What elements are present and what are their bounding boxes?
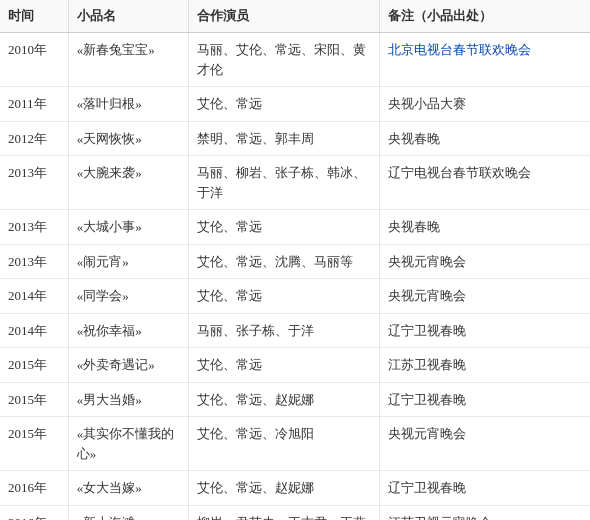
cell-notes: 辽宁卫视春晚 bbox=[379, 382, 590, 417]
cell-notes: 辽宁电视台春节联欢晚会 bbox=[379, 156, 590, 210]
cell-actors: 艾伦、常远 bbox=[189, 348, 380, 383]
cell-year: 2015年 bbox=[0, 382, 68, 417]
table-header-row: 时间 小品名 合作演员 备注（小品出处） bbox=[0, 0, 590, 33]
cell-actors: 马丽、艾伦、常远、宋阳、黄才伦 bbox=[189, 33, 380, 87]
cell-actors: 艾伦、常远、沈腾、马丽等 bbox=[189, 244, 380, 279]
cell-title: «外卖奇遇记» bbox=[68, 348, 188, 383]
cell-year: 2013年 bbox=[0, 156, 68, 210]
performance-table: 时间 小品名 合作演员 备注（小品出处） 2010年«新春兔宝宝»马丽、艾伦、常… bbox=[0, 0, 590, 520]
cell-year: 2010年 bbox=[0, 33, 68, 87]
cell-title: «其实你不懂我的心» bbox=[68, 417, 188, 471]
cell-year: 2015年 bbox=[0, 348, 68, 383]
cell-year: 2016年 bbox=[0, 471, 68, 506]
cell-year: 2013年 bbox=[0, 244, 68, 279]
cell-actors: 艾伦、常远 bbox=[189, 210, 380, 245]
cell-actors: 艾伦、常远 bbox=[189, 87, 380, 122]
table-row: 2013年«大腕来袭»马丽、柳岩、张子栋、韩冰、于洋辽宁电视台春节联欢晚会 bbox=[0, 156, 590, 210]
cell-title: «同学会» bbox=[68, 279, 188, 314]
cell-title: «新上海滩» bbox=[68, 505, 188, 520]
cell-actors: 艾伦、常远、赵妮娜 bbox=[189, 471, 380, 506]
cell-year: 2014年 bbox=[0, 313, 68, 348]
cell-title: «女大当嫁» bbox=[68, 471, 188, 506]
cell-year: 2016年 bbox=[0, 505, 68, 520]
table-row: 2012年«天网恢恢»禁明、常远、郭丰周央视春晚 bbox=[0, 121, 590, 156]
cell-year: 2014年 bbox=[0, 279, 68, 314]
header-year: 时间 bbox=[0, 0, 68, 33]
table-row: 2011年«落叶归根»艾伦、常远央视小品大赛 bbox=[0, 87, 590, 122]
cell-title: «祝你幸福» bbox=[68, 313, 188, 348]
cell-notes: 央视春晚 bbox=[379, 210, 590, 245]
cell-notes[interactable]: 北京电视台春节联欢晚会 bbox=[379, 33, 590, 87]
cell-year: 2011年 bbox=[0, 87, 68, 122]
cell-notes: 辽宁卫视春晚 bbox=[379, 313, 590, 348]
cell-actors: 艾伦、常远 bbox=[189, 279, 380, 314]
table-row: 2015年«外卖奇遇记»艾伦、常远江苏卫视春晚 bbox=[0, 348, 590, 383]
cell-actors: 禁明、常远、郭丰周 bbox=[189, 121, 380, 156]
table-row: 2013年«闹元宵»艾伦、常远、沈腾、马丽等央视元宵晚会 bbox=[0, 244, 590, 279]
cell-actors: 柳岩、尹艺夫、王志君、王燕北 bbox=[189, 505, 380, 520]
header-title: 小品名 bbox=[68, 0, 188, 33]
header-actors: 合作演员 bbox=[189, 0, 380, 33]
cell-title: «天网恢恢» bbox=[68, 121, 188, 156]
table-row: 2010年«新春兔宝宝»马丽、艾伦、常远、宋阳、黄才伦北京电视台春节联欢晚会 bbox=[0, 33, 590, 87]
cell-notes: 辽宁卫视春晚 bbox=[379, 471, 590, 506]
cell-title: «男大当婚» bbox=[68, 382, 188, 417]
cell-title: «新春兔宝宝» bbox=[68, 33, 188, 87]
cell-notes: 央视春晚 bbox=[379, 121, 590, 156]
table-row: 2015年«男大当婚»艾伦、常远、赵妮娜辽宁卫视春晚 bbox=[0, 382, 590, 417]
cell-actors: 艾伦、常远、冷旭阳 bbox=[189, 417, 380, 471]
cell-notes: 央视小品大赛 bbox=[379, 87, 590, 122]
cell-actors: 马丽、柳岩、张子栋、韩冰、于洋 bbox=[189, 156, 380, 210]
cell-notes: 江苏卫视春晚 bbox=[379, 348, 590, 383]
cell-notes: 江苏卫视元宵晚会 bbox=[379, 505, 590, 520]
cell-actors: 马丽、张子栋、于洋 bbox=[189, 313, 380, 348]
cell-year: 2013年 bbox=[0, 210, 68, 245]
cell-year: 2012年 bbox=[0, 121, 68, 156]
cell-title: «落叶归根» bbox=[68, 87, 188, 122]
table-row: 2014年«同学会»艾伦、常远央视元宵晚会 bbox=[0, 279, 590, 314]
cell-actors: 艾伦、常远、赵妮娜 bbox=[189, 382, 380, 417]
notes-link[interactable]: 北京电视台春节联欢晚会 bbox=[388, 42, 531, 57]
cell-notes: 央视元宵晚会 bbox=[379, 279, 590, 314]
table-row: 2016年«新上海滩»柳岩、尹艺夫、王志君、王燕北江苏卫视元宵晚会 bbox=[0, 505, 590, 520]
table-row: 2016年«女大当嫁»艾伦、常远、赵妮娜辽宁卫视春晚 bbox=[0, 471, 590, 506]
cell-year: 2015年 bbox=[0, 417, 68, 471]
table-row: 2015年«其实你不懂我的心»艾伦、常远、冷旭阳央视元宵晚会 bbox=[0, 417, 590, 471]
cell-title: «闹元宵» bbox=[68, 244, 188, 279]
header-notes: 备注（小品出处） bbox=[379, 0, 590, 33]
table-row: 2013年«大城小事»艾伦、常远央视春晚 bbox=[0, 210, 590, 245]
cell-notes: 央视元宵晚会 bbox=[379, 244, 590, 279]
cell-title: «大城小事» bbox=[68, 210, 188, 245]
cell-title: «大腕来袭» bbox=[68, 156, 188, 210]
table-row: 2014年«祝你幸福»马丽、张子栋、于洋辽宁卫视春晚 bbox=[0, 313, 590, 348]
cell-notes: 央视元宵晚会 bbox=[379, 417, 590, 471]
